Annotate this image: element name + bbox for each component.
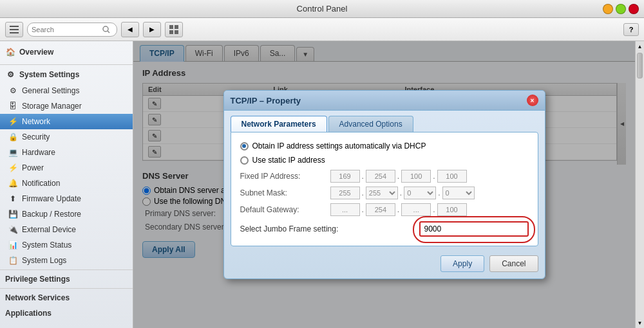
modal-tab-advanced-options[interactable]: Advanced Options: [328, 116, 413, 132]
power-icon: ⚡: [8, 163, 18, 173]
fixed-ip-inputs: . . .: [330, 170, 467, 183]
sidebar-divider-2: [0, 269, 133, 270]
scrollbar: ▲ ▼: [635, 41, 644, 328]
sidebar-item-system-logs[interactable]: 📋 System Logs: [0, 253, 133, 268]
subnet-3-dropdown[interactable]: 0: [442, 187, 475, 199]
modal-cancel-button[interactable]: Cancel: [489, 255, 538, 272]
window-title: Control Panel: [297, 4, 348, 14]
subnet-mask-row: Subnet Mask: . 255 . 0 .: [240, 187, 529, 199]
sidebar-item-security[interactable]: 🔒 Security: [0, 129, 133, 145]
notification-icon: 🔔: [8, 178, 18, 188]
jumbo-select-wrapper: 9000 7000 4000 1500: [419, 221, 529, 237]
sidebar: 🏠 Overview ⚙ System Settings ⚙ General S…: [0, 41, 133, 328]
sidebar-item-backup-restore[interactable]: 💾 Backup / Restore: [0, 206, 133, 222]
storage-manager-icon: 🗄: [8, 101, 18, 111]
sidebar-network-services-header: Network Services: [0, 290, 133, 305]
gateway-3[interactable]: [437, 203, 467, 216]
window-controls: [603, 4, 639, 14]
fixed-ip-1[interactable]: [366, 170, 395, 183]
jumbo-frame-label: Select Jumbo Frame setting:: [240, 224, 419, 233]
svg-rect-5: [169, 25, 173, 29]
fixed-ip-label: Fixed IP Address:: [240, 172, 330, 181]
general-settings-icon: ⚙: [8, 86, 18, 96]
sidebar-item-notification[interactable]: 🔔 Notification: [0, 176, 133, 191]
sidebar-network-services-label: Network Services: [5, 293, 70, 302]
gateway-2[interactable]: [401, 203, 431, 216]
tcp-ip-property-modal: TCP/IP – Property × Network Parameters A…: [223, 90, 545, 279]
maximize-button[interactable]: [616, 4, 626, 14]
static-radio-option[interactable]: Use static IP address: [240, 156, 529, 165]
system-logs-icon: 📋: [8, 255, 18, 266]
subnet-inputs: . 255 . 0 . 0: [330, 187, 475, 199]
sidebar-overview-section: 🏠 Overview: [0, 41, 133, 63]
toolbar: ◀ ▶ ?: [0, 18, 644, 41]
sidebar-overview-label: Overview: [19, 48, 53, 57]
fixed-ip-3[interactable]: [437, 170, 467, 183]
sidebar-security-label: Security: [22, 132, 50, 141]
backup-icon: 💾: [8, 209, 18, 219]
sidebar-applications-header: Applications: [0, 305, 133, 321]
fixed-ip-row: Fixed IP Address: . . .: [240, 170, 529, 183]
dhcp-radio-option[interactable]: Obtain IP address settings automatically…: [240, 141, 529, 150]
close-button[interactable]: [629, 4, 639, 14]
sidebar-system-settings-label: System Settings: [19, 70, 79, 79]
fixed-ip-2[interactable]: [401, 170, 431, 183]
gateway-inputs: . . .: [330, 203, 467, 216]
sidebar-backup-label: Backup / Restore: [22, 210, 81, 219]
modal-header: TCP/IP – Property ×: [224, 91, 545, 111]
scrollbar-thumb[interactable]: [637, 53, 643, 78]
svg-rect-8: [175, 30, 178, 34]
subnet-2-dropdown[interactable]: 0: [404, 187, 436, 199]
subnet-1-dropdown[interactable]: 255: [366, 187, 398, 199]
gateway-0[interactable]: [330, 203, 360, 216]
modal-apply-button[interactable]: Apply: [440, 255, 484, 272]
sidebar-notification-label: Notification: [22, 179, 60, 188]
scrollbar-down[interactable]: ▼: [636, 318, 645, 328]
minimize-button[interactable]: [603, 4, 613, 14]
sidebar-firmware-label: Firmware Update: [22, 194, 81, 203]
content-area: TCP/IP Wi-Fi IPv6 Sa... ▼ IP Address Edi…: [133, 41, 635, 328]
sidebar-item-storage-manager[interactable]: 🗄 Storage Manager: [0, 98, 133, 114]
subnet-mask-label: Subnet Mask:: [240, 188, 330, 197]
sidebar-item-general-settings[interactable]: ⚙ General Settings: [0, 83, 133, 98]
search-input[interactable]: [32, 26, 102, 33]
sidebar-privilege-label: Privilege Settings: [5, 275, 70, 284]
grid-button[interactable]: [165, 22, 183, 37]
scrollbar-up[interactable]: ▲: [636, 41, 645, 51]
modal-footer: Apply Cancel: [224, 253, 545, 278]
menu-button[interactable]: [5, 22, 23, 37]
subnet-0[interactable]: [330, 187, 360, 199]
sidebar-item-system-status[interactable]: 📊 System Status: [0, 237, 133, 253]
scrollbar-track: [636, 51, 644, 318]
sidebar-system-status-label: System Status: [22, 241, 71, 250]
search-icon: [102, 26, 110, 33]
modal-overlay: TCP/IP – Property × Network Parameters A…: [133, 41, 635, 328]
jumbo-frame-row: Select Jumbo Frame setting: 9000 7000 40…: [240, 221, 529, 237]
sidebar-item-firmware-update[interactable]: ⬆ Firmware Update: [0, 191, 133, 206]
help-button[interactable]: ?: [623, 23, 639, 36]
system-status-icon: 📊: [8, 240, 18, 250]
fixed-ip-0[interactable]: [330, 170, 360, 183]
external-device-icon: 🔌: [8, 224, 18, 235]
firmware-icon: ⬆: [8, 194, 18, 204]
sidebar-item-external-device[interactable]: 🔌 External Device: [0, 222, 133, 237]
sidebar-power-label: Power: [22, 163, 44, 172]
static-radio-circle: [240, 156, 249, 165]
sidebar-item-hardware[interactable]: 💻 Hardware: [0, 145, 133, 160]
modal-close-button[interactable]: ×: [527, 95, 538, 106]
sidebar-privilege-settings-header: Privilege Settings: [0, 271, 133, 287]
sidebar-overview-header: 🏠 Overview: [0, 44, 133, 60]
gateway-1[interactable]: [366, 203, 395, 216]
dhcp-radio-circle: [240, 142, 249, 150]
svg-rect-6: [175, 25, 178, 29]
modal-tab-network-params[interactable]: Network Parameters: [231, 116, 327, 132]
sidebar-system-settings-header: ⚙ System Settings: [0, 66, 133, 83]
search-box: [27, 23, 117, 37]
sidebar-storage-manager-label: Storage Manager: [22, 102, 82, 111]
sidebar-item-power[interactable]: ⚡ Power: [0, 160, 133, 176]
sidebar-item-network[interactable]: ⚡ Network: [0, 114, 133, 129]
back-button[interactable]: ◀: [121, 22, 139, 37]
jumbo-frame-select[interactable]: 9000 7000 4000 1500: [419, 221, 529, 237]
modal-tabs: Network Parameters Advanced Options: [224, 111, 545, 132]
forward-button[interactable]: ▶: [143, 22, 161, 37]
